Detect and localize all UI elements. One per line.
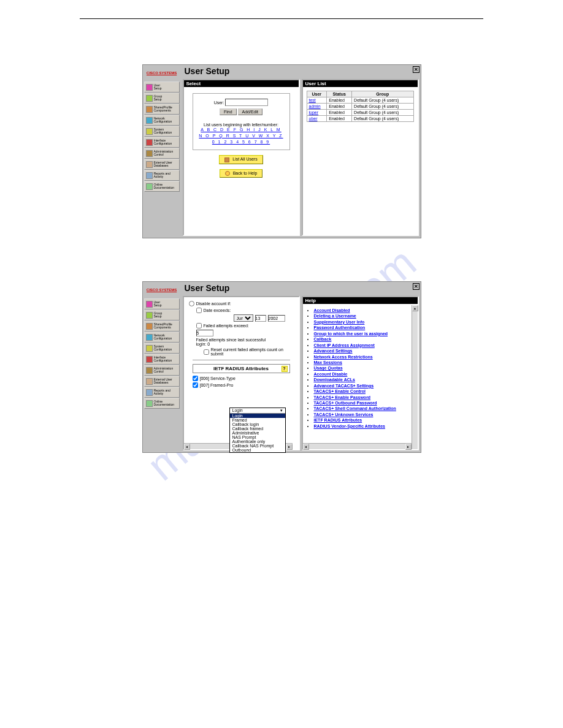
close-icon[interactable]: ✕ xyxy=(413,66,419,73)
add-edit-button[interactable]: Add/Edit xyxy=(238,108,262,115)
help-icon[interactable]: ? xyxy=(282,366,288,372)
help-link-item: Network Access Restrictions xyxy=(314,354,415,360)
select-box: User: Find Add/Edit List users beginning… xyxy=(193,93,290,150)
help-link[interactable]: TACACS+ Enable Control xyxy=(314,389,366,393)
scroll-left-icon[interactable]: ◂ xyxy=(184,444,190,450)
help-link[interactable]: RADIUS Vendor-Specific Attributes xyxy=(314,424,385,428)
group-icon xyxy=(146,95,153,102)
month-select[interactable]: Jun xyxy=(234,314,253,322)
nav-doc[interactable]: Online Documentation xyxy=(144,398,180,409)
section-divider xyxy=(193,360,290,360)
nav-group[interactable]: Group Setup xyxy=(144,309,180,320)
nav-shared[interactable]: SharedProfile Components xyxy=(144,104,180,115)
nav-label: SharedProfile Components xyxy=(154,323,172,330)
nav-iface[interactable]: Interface Configuration xyxy=(144,137,180,148)
help-link[interactable]: Advanced Settings xyxy=(314,349,353,353)
help-link[interactable]: Password Authentication xyxy=(314,325,366,330)
dropdown-option[interactable]: Framed xyxy=(230,418,285,422)
nav-rep[interactable]: Reports and Activity xyxy=(144,170,180,181)
help-link[interactable]: Account Disable xyxy=(314,372,348,376)
scroll-right-icon[interactable]: ▸ xyxy=(405,444,412,450)
scrollbar-vertical[interactable]: ▴ xyxy=(412,305,418,449)
help-link[interactable]: Client IP Address Assignment xyxy=(314,343,375,347)
sidebar: CISCO SYSTEMS User SetupGroup SetupShare… xyxy=(143,65,181,238)
nav-label: User Setup xyxy=(154,84,162,91)
help-link[interactable]: TACACS+ Outbound Password xyxy=(314,401,377,405)
find-button[interactable]: Find xyxy=(220,108,237,115)
nav-admin[interactable]: Administration Control xyxy=(144,365,180,376)
back-to-help-button[interactable]: Back to Help xyxy=(220,169,263,178)
reset-failed-checkbox[interactable] xyxy=(204,349,209,355)
letters-row-3[interactable]: 0 1 2 3 4 5 6 7 8 9 xyxy=(198,139,285,145)
nav-net[interactable]: Network Configuration xyxy=(144,332,180,343)
help-link[interactable]: Usage Quotas xyxy=(314,366,343,370)
nav-ext[interactable]: External User Databases xyxy=(144,376,180,387)
help-link[interactable]: Advanced TACACS+ Settings xyxy=(314,384,374,388)
help-link[interactable]: Max Sessions xyxy=(314,360,342,365)
nav-label: Online Documentation xyxy=(154,400,175,407)
help-link[interactable]: Deleting a Username xyxy=(314,314,356,318)
scroll-right-icon[interactable]: ▸ xyxy=(286,444,293,450)
nav-net[interactable]: Network Configuration xyxy=(144,115,180,126)
dropdown-selected[interactable]: Login▾ xyxy=(230,408,285,414)
letters-row-2[interactable]: N O P Q R S T U V W X Y Z xyxy=(198,133,285,139)
help-link[interactable]: TACACS+ Shell Command Authorization xyxy=(314,406,396,411)
letters-row-1[interactable]: A B C D E F G H I J K L M xyxy=(198,127,285,133)
dropdown-option[interactable]: Authenticate only xyxy=(230,439,285,444)
help-link[interactable]: IETF RADIUS Attributes xyxy=(314,418,362,422)
date-exceeds-checkbox[interactable] xyxy=(196,308,202,313)
nav-shared[interactable]: SharedProfile Components xyxy=(144,320,180,332)
nav-doc[interactable]: Online Documentation xyxy=(144,181,180,192)
dropdown-option[interactable]: Callback login xyxy=(230,422,285,427)
help-link[interactable]: Callback xyxy=(314,337,332,341)
scroll-up-icon[interactable]: ▴ xyxy=(412,305,418,311)
user-input[interactable] xyxy=(225,99,268,106)
attr-007-checkbox[interactable] xyxy=(193,382,198,388)
dropdown-option[interactable]: Callback framed xyxy=(230,427,285,431)
year-input[interactable] xyxy=(268,315,285,322)
service-type-dropdown[interactable]: Login▾ LoginFramedCallback loginCallback… xyxy=(229,408,286,453)
disable-account-radio[interactable] xyxy=(189,301,194,306)
help-link[interactable]: TACACS+ Enable Password xyxy=(314,395,371,400)
user-link[interactable]: admin xyxy=(309,104,321,108)
help-link-item: Password Authentication xyxy=(314,325,415,330)
nav-sys[interactable]: System Configuration xyxy=(144,126,180,137)
failed-attempts-checkbox[interactable] xyxy=(196,323,202,328)
dropdown-option[interactable]: Administrative xyxy=(230,431,285,435)
help-link[interactable]: Network Access Restrictions xyxy=(314,355,373,359)
scrollbar-horizontal[interactable]: ◂ ▸ xyxy=(303,443,412,449)
nav-rep[interactable]: Reports and Activity xyxy=(144,387,180,398)
help-link[interactable]: Group to which the user is assigned xyxy=(314,332,388,336)
nav-ext[interactable]: External User Databases xyxy=(144,159,180,170)
dropdown-option[interactable]: NAS Prompt xyxy=(230,435,285,439)
dropdown-option[interactable]: Callback NAS Prompt xyxy=(230,444,285,448)
user-icon xyxy=(146,84,153,91)
table-row: adminEnabledDefault Group (4 users) xyxy=(307,104,413,110)
col-status: Status xyxy=(327,91,352,97)
attr-006-checkbox[interactable] xyxy=(193,376,198,381)
nav-user[interactable]: User Setup xyxy=(144,82,180,93)
user-link[interactable]: ober xyxy=(309,116,318,121)
user-link[interactable]: test xyxy=(309,98,316,102)
dropdown-option[interactable]: Outbound xyxy=(230,448,285,452)
help-link[interactable]: TACACS+ Unknown Services xyxy=(314,412,373,417)
status-cell: Enabled xyxy=(327,116,352,122)
help-link[interactable]: Supplementary User Info xyxy=(314,320,365,324)
help-link[interactable]: Account Disabled xyxy=(314,308,350,313)
user-link[interactable]: loper xyxy=(309,110,319,115)
nav-admin[interactable]: Administration Control xyxy=(144,148,180,159)
nav-sys[interactable]: System Configuration xyxy=(144,343,180,354)
nav-user[interactable]: User Setup xyxy=(144,298,180,309)
list-all-users-button[interactable]: List All Users xyxy=(219,155,262,164)
scroll-left-icon[interactable]: ◂ xyxy=(303,444,309,450)
nav-iface[interactable]: Interface Configuration xyxy=(144,354,180,365)
nav-group[interactable]: Group Setup xyxy=(144,93,180,104)
day-input[interactable] xyxy=(255,315,266,322)
shared-icon xyxy=(146,323,153,330)
help-link[interactable]: Downloadable ACLs xyxy=(314,377,355,382)
failed-attempts-input[interactable] xyxy=(196,330,213,336)
close-icon[interactable]: ✕ xyxy=(413,283,419,290)
ietf-radius-header: IETF RADIUS Attributes ? xyxy=(193,364,290,373)
nav-label: Administration Control xyxy=(154,150,174,157)
dropdown-option[interactable]: Login xyxy=(230,414,285,418)
